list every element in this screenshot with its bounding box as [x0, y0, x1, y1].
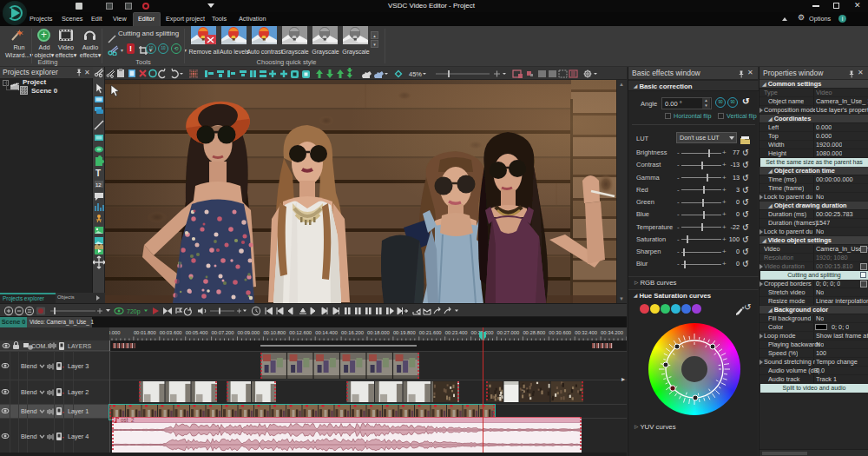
svg-text:45%: 45%	[409, 70, 422, 78]
svg-text:00:10.800: 00:10.800	[263, 330, 286, 335]
svg-text:00:21.600: 00:21.600	[419, 330, 442, 335]
svg-text:00:14.400: 00:14.400	[315, 330, 338, 335]
svg-text:00:09.000: 00:09.000	[238, 330, 260, 335]
svg-text:12: 12	[95, 182, 102, 188]
svg-text:00:34.200: 00:34.200	[601, 330, 623, 335]
svg-text:00:30.600: 00:30.600	[549, 330, 571, 335]
svg-text:00:32.400: 00:32.400	[575, 330, 597, 335]
svg-text:Blend: Blend	[21, 433, 37, 440]
svg-text:T: T	[95, 169, 101, 178]
svg-text:00:18.000: 00:18.000	[367, 330, 390, 335]
svg-text:00:03.600: 00:03.600	[160, 330, 182, 335]
svg-text:LAYERS: LAYERS	[68, 343, 91, 349]
svg-text:COM...: COM...	[31, 343, 50, 349]
svg-text:Layer 4: Layer 4	[68, 433, 89, 440]
svg-text:Blend: Blend	[21, 362, 37, 370]
svg-text:00:01.800: 00:01.800	[134, 330, 156, 335]
svg-text:00:16.200: 00:16.200	[341, 330, 364, 335]
svg-text:Blend: Blend	[21, 388, 37, 396]
svg-text:00:19.800: 00:19.800	[393, 330, 416, 335]
svg-text:00:07.200: 00:07.200	[212, 330, 234, 335]
svg-text:0.000: 0.000	[109, 330, 121, 335]
svg-text:00:23.400: 00:23.400	[445, 330, 468, 335]
svg-text:00:05.400: 00:05.400	[186, 330, 208, 335]
svg-text:00:27.000: 00:27.000	[497, 330, 520, 335]
svg-text:Layer 3: Layer 3	[68, 362, 89, 370]
svg-text:00:28.800: 00:28.800	[523, 330, 545, 335]
svg-text:00:12.600: 00:12.600	[289, 330, 312, 335]
svg-text:720p: 720p	[127, 308, 141, 315]
svg-text:Blend: Blend	[21, 407, 37, 415]
svg-text:Layer 2: Layer 2	[68, 388, 89, 396]
svg-text:Layer 1: Layer 1	[68, 407, 89, 415]
